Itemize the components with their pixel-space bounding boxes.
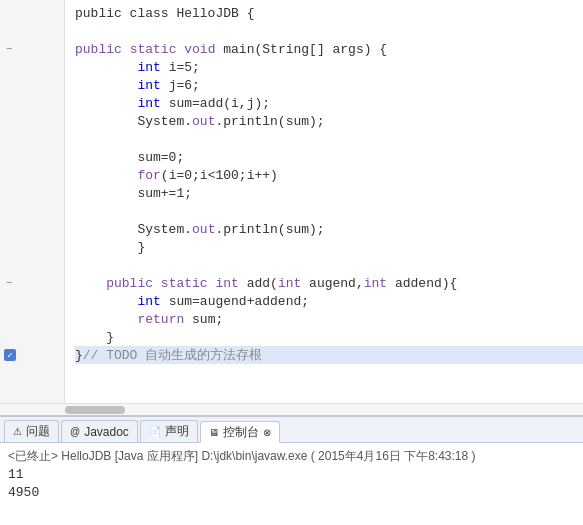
tab-close-console[interactable]: ⊗ — [263, 427, 271, 438]
code-line-11[interactable]: sum+=1; — [75, 184, 583, 202]
code-line-1[interactable]: public class HelloJDB { — [75, 4, 583, 22]
gutter-line-3: − — [0, 40, 64, 58]
code-line-3[interactable]: public static void main(String[] args) { — [75, 40, 583, 58]
code-line-12[interactable] — [75, 202, 583, 220]
code-line-9[interactable]: sum=0; — [75, 148, 583, 166]
code-line-15[interactable] — [75, 256, 583, 274]
code-line-14[interactable]: } — [75, 238, 583, 256]
code-token: int — [364, 276, 387, 291]
code-token: } — [75, 330, 114, 345]
code-token: static — [161, 276, 208, 291]
code-token: sum=augend+addend; — [161, 294, 309, 309]
code-token: sum+=1; — [75, 186, 192, 201]
code-token: sum=0; — [75, 150, 184, 165]
code-token: static — [130, 42, 177, 57]
code-line-4[interactable]: int i=5; — [75, 58, 583, 76]
tab-javadoc[interactable]: @Javadoc — [61, 420, 138, 442]
bottom-panel: ⚠问题@Javadoc📄声明🖥控制台 ⊗ <已终止> HelloJDB [Jav… — [0, 415, 583, 525]
code-line-17[interactable]: int sum=augend+addend; — [75, 292, 583, 310]
tab-icon-declaration: 📄 — [149, 426, 161, 437]
gutter-line-7 — [0, 112, 64, 130]
gutter-line-10 — [0, 166, 64, 184]
code-token — [208, 276, 216, 291]
code-token: int — [278, 276, 301, 291]
console-terminated-line: <已终止> HelloJDB [Java 应用程序] D:\jdk\bin\ja… — [8, 447, 575, 465]
breakpoint-icon[interactable] — [4, 349, 16, 361]
gutter-line-2 — [0, 22, 64, 40]
code-token: add( — [239, 276, 278, 291]
code-token: public — [106, 276, 153, 291]
line-gutter: −− — [0, 0, 65, 403]
code-line-8[interactable] — [75, 130, 583, 148]
gutter-line-6 — [0, 94, 64, 112]
gutter-line-4 — [0, 58, 64, 76]
gutter-line-19 — [0, 328, 64, 346]
tab-console[interactable]: 🖥控制台 ⊗ — [200, 421, 280, 443]
code-token — [75, 168, 137, 183]
gutter-line-14 — [0, 238, 64, 256]
tab-problems[interactable]: ⚠问题 — [4, 420, 59, 442]
horizontal-scrollbar[interactable] — [0, 403, 583, 415]
code-token: 自动生成的方法存根 — [145, 346, 262, 364]
code-token: for — [137, 168, 160, 183]
code-token — [75, 78, 137, 93]
code-token: int — [215, 276, 238, 291]
code-token: System. — [75, 114, 192, 129]
gutter-line-5 — [0, 76, 64, 94]
gutter-line-11 — [0, 184, 64, 202]
code-token: int — [137, 294, 160, 309]
code-token: int — [137, 78, 160, 93]
scrollbar-thumb[interactable] — [65, 406, 125, 414]
tab-label-javadoc: Javadoc — [84, 425, 129, 439]
tab-label-console: 控制台 — [223, 424, 259, 441]
code-token: i=5; — [161, 60, 200, 75]
code-line-2[interactable] — [75, 22, 583, 40]
console-content: <已终止> HelloJDB [Java 应用程序] D:\jdk\bin\ja… — [0, 443, 583, 525]
code-line-6[interactable]: int sum=add(i,j); — [75, 94, 583, 112]
code-token: out — [192, 222, 215, 237]
code-token: return — [137, 312, 184, 327]
code-token: out — [192, 114, 215, 129]
collapse-icon[interactable]: − — [6, 277, 13, 289]
code-token: System. — [75, 222, 192, 237]
code-token: } — [75, 348, 83, 363]
code-line-13[interactable]: System.out.println(sum); — [75, 220, 583, 238]
code-line-20[interactable]: }// TODO 自动生成的方法存根 — [75, 346, 583, 364]
code-token — [75, 60, 137, 75]
code-line-18[interactable]: return sum; — [75, 310, 583, 328]
code-token: .println(sum); — [215, 114, 324, 129]
code-token — [122, 42, 130, 57]
code-line-7[interactable]: System.out.println(sum); — [75, 112, 583, 130]
code-token: .println(sum); — [215, 222, 324, 237]
tab-declaration[interactable]: 📄声明 — [140, 420, 198, 442]
code-token: addend){ — [387, 276, 457, 291]
code-token — [75, 294, 137, 309]
code-line-16[interactable]: public static int add(int augend,int add… — [75, 274, 583, 292]
code-token: int — [137, 96, 160, 111]
code-token: // TODO — [83, 348, 145, 363]
code-line-19[interactable]: } — [75, 328, 583, 346]
code-token: sum=add(i,j); — [161, 96, 270, 111]
console-output-line: 4950 — [8, 483, 575, 501]
code-token: int — [137, 60, 160, 75]
code-line-5[interactable]: int j=6; — [75, 76, 583, 94]
code-token — [75, 276, 106, 291]
code-token: public — [75, 42, 122, 57]
gutter-line-8 — [0, 130, 64, 148]
code-line-10[interactable]: for(i=0;i<100;i++) — [75, 166, 583, 184]
code-token: (i=0;i<100;i++) — [161, 168, 278, 183]
editor-area: −− public class HelloJDB {public static … — [0, 0, 583, 415]
gutter-line-18 — [0, 310, 64, 328]
code-token: public class HelloJDB { — [75, 6, 254, 21]
console-tabs-bar: ⚠问题@Javadoc📄声明🖥控制台 ⊗ — [0, 417, 583, 443]
code-container: −− public class HelloJDB {public static … — [0, 0, 583, 403]
gutter-line-17 — [0, 292, 64, 310]
code-token — [176, 42, 184, 57]
tab-icon-console: 🖥 — [209, 427, 219, 438]
code-token — [153, 276, 161, 291]
code-editor[interactable]: public class HelloJDB {public static voi… — [65, 0, 583, 403]
collapse-icon[interactable]: − — [6, 43, 13, 55]
code-token — [75, 96, 137, 111]
gutter-line-20 — [0, 346, 64, 364]
tab-icon-javadoc: @ — [70, 426, 80, 437]
